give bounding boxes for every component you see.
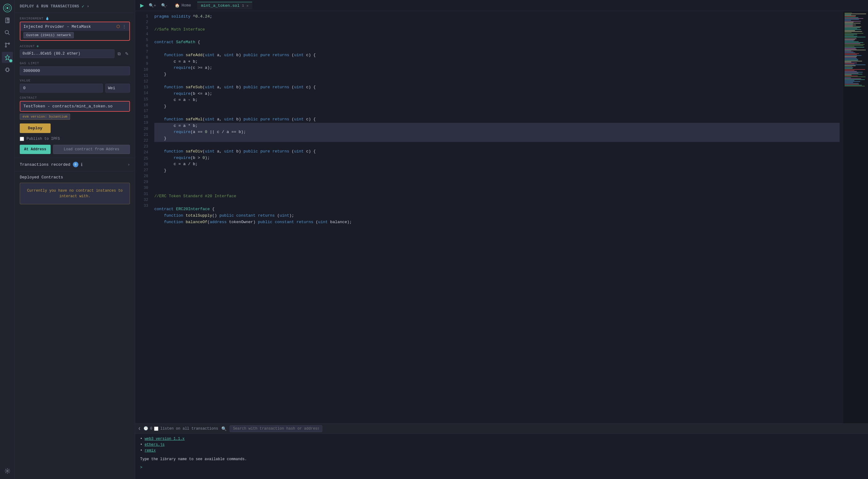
bottom-info: 🕐 0 listen on all transactions xyxy=(144,426,218,431)
panel-body: ENVIRONMENT 💧 Injected Provider - MetaMa… xyxy=(15,13,135,158)
account-row: 0x0F1...8Ceb5 (80.2 ether) ⧉ ✎ xyxy=(20,50,130,58)
code-area: 1234567891011121314151617181920212223242… xyxy=(135,11,868,423)
value-input[interactable] xyxy=(20,84,103,93)
zoom-in-button[interactable]: 🔍+ xyxy=(148,2,157,9)
publish-checkbox[interactable] xyxy=(20,137,24,141)
gas-limit-label: GAS LIMIT xyxy=(20,62,130,65)
logo-icon xyxy=(2,2,13,13)
environment-select-row: Injected Provider - MetaMask ⬡ ⋮ xyxy=(20,22,129,31)
close-tab-icon[interactable]: ✕ xyxy=(247,4,249,8)
listen-checkbox[interactable] xyxy=(154,426,158,431)
value-label: VALUE xyxy=(20,79,130,83)
file-tab-mint[interactable]: mint_a_token.sol 1 ✕ xyxy=(197,2,252,9)
transactions-count-badge: 0 xyxy=(73,162,79,167)
transactions-expand-icon: › xyxy=(127,162,130,167)
collapse-icon[interactable]: ❮ xyxy=(138,426,141,431)
address-buttons-row: At Address Load contract from Addres xyxy=(20,145,130,154)
check-icon: ✓ xyxy=(82,4,85,9)
network-tag-container: Custom (23411) network xyxy=(20,31,129,40)
load-contract-button[interactable]: Load contract from Addres xyxy=(53,145,130,154)
account-section: ACCOUNT ⊕ 0x0F1...8Ceb5 (80.2 ether) ⧉ ✎ xyxy=(20,44,130,58)
minimap xyxy=(843,11,868,423)
environment-section: ENVIRONMENT 💧 Injected Provider - MetaMa… xyxy=(20,17,130,41)
bottom-content: • web3 version 1.1.x • ethers.js • remix… xyxy=(135,434,868,479)
evm-version-tag: evm version: byzantium xyxy=(20,114,70,120)
svg-point-10 xyxy=(6,470,8,472)
transactions-label: Transactions recorded 0 ℹ xyxy=(20,162,83,167)
account-label: ACCOUNT ⊕ xyxy=(20,44,130,48)
expand-arrow-icon[interactable]: › xyxy=(87,4,89,9)
svg-rect-9 xyxy=(6,68,9,71)
contract-box: TestToken - contracts/mint_a_token.so xyxy=(20,101,130,112)
bottom-count: 0 xyxy=(150,426,152,431)
info-icon: ℹ xyxy=(81,162,83,167)
editor-toolbar: ▶ 🔍+ 🔍- 🏠 Home mint_a_token.sol 1 ✕ xyxy=(135,0,868,11)
at-address-button[interactable]: At Address xyxy=(20,145,51,154)
search-input[interactable] xyxy=(230,425,322,432)
publish-row: Publish to IPFS xyxy=(20,137,130,141)
settings-icon[interactable] xyxy=(2,466,13,477)
deploy-icon[interactable] xyxy=(2,52,13,63)
contract-section: CONTRACT TestToken - contracts/mint_a_to… xyxy=(20,96,130,120)
clock-icon: 🕐 xyxy=(144,426,148,431)
bottom-link-web3: • web3 version 1.1.x xyxy=(140,436,863,442)
icon-bar xyxy=(0,0,15,479)
debug-icon[interactable] xyxy=(2,64,13,75)
home-tab[interactable]: 🏠 Home xyxy=(171,2,195,9)
library-prompt: Type the library name to see available c… xyxy=(140,456,863,462)
gas-limit-input[interactable] xyxy=(20,66,130,75)
contract-label: CONTRACT xyxy=(20,96,130,100)
svg-point-2 xyxy=(6,7,8,9)
left-panel: DEPLOY & RUN TRANSACTIONS ✓ › ENVIRONMEN… xyxy=(15,0,135,479)
value-section: VALUE Wei Gwei Finney Ether xyxy=(20,79,130,93)
line-numbers: 1234567891011121314151617181920212223242… xyxy=(135,11,151,423)
main-area: ▶ 🔍+ 🔍- 🏠 Home mint_a_token.sol 1 ✕ 1234… xyxy=(135,0,868,479)
bottom-toolbar: ❮ 🕐 0 listen on all transactions 🔍 xyxy=(135,424,868,434)
home-tab-label: Home xyxy=(182,3,191,8)
search-icon-button[interactable]: 🔍 xyxy=(221,426,226,431)
environment-value: Injected Provider - MetaMask xyxy=(24,24,116,29)
bottom-panel: ❮ 🕐 0 listen on all transactions 🔍 • web… xyxy=(135,423,868,479)
metamask-icon: ⬡ xyxy=(116,24,120,29)
files-icon[interactable] xyxy=(2,15,13,26)
transactions-section[interactable]: Transactions recorded 0 ℹ › xyxy=(15,158,135,171)
publish-label: Publish to IPFS xyxy=(27,137,60,141)
edit-account-button[interactable]: ✎ xyxy=(124,50,130,57)
deploy-button[interactable]: Deploy xyxy=(20,123,51,133)
deployed-contracts-section: Deployed Contracts Currently you have no… xyxy=(15,171,135,479)
environment-box: Injected Provider - MetaMask ⬡ ⋮ Custom … xyxy=(20,22,130,41)
no-contracts-message: Currently you have no contract instances… xyxy=(20,183,130,204)
deploy-btn-row: Deploy xyxy=(20,123,130,133)
env-more-icon[interactable]: ⋮ xyxy=(122,24,126,29)
copy-account-button[interactable]: ⧉ xyxy=(116,50,122,58)
value-row: Wei Gwei Finney Ether xyxy=(20,84,130,93)
network-tag: Custom (23411) network xyxy=(24,32,74,38)
bottom-link-ethers: • ethers.js xyxy=(140,442,863,448)
zoom-out-button[interactable]: 🔍- xyxy=(160,2,168,9)
contract-select[interactable]: TestToken - contracts/mint_a_token.so xyxy=(20,101,129,111)
bottom-prompt: > xyxy=(140,465,863,471)
svg-point-6 xyxy=(5,43,6,44)
panel-title: DEPLOY & RUN TRANSACTIONS xyxy=(20,4,79,9)
code-content[interactable]: pragma solidity ^0.4.24; //Safe Math Int… xyxy=(151,11,843,423)
unit-select[interactable]: Wei Gwei Finney Ether xyxy=(105,84,130,93)
home-icon: 🏠 xyxy=(175,3,180,8)
svg-point-5 xyxy=(5,31,8,34)
environment-label: ENVIRONMENT 💧 xyxy=(20,17,130,20)
file-tab-number: 1 xyxy=(242,4,244,7)
bottom-link-remix: • remix xyxy=(140,448,863,454)
git-icon[interactable] xyxy=(2,39,13,51)
file-tab-label: mint_a_token.sol xyxy=(201,3,240,8)
gas-limit-section: GAS LIMIT xyxy=(20,62,130,75)
deploy-active-badge xyxy=(9,59,12,62)
deployed-contracts-label: Deployed Contracts xyxy=(20,175,130,180)
env-info-icon: 💧 xyxy=(45,17,50,20)
panel-header: DEPLOY & RUN TRANSACTIONS ✓ › xyxy=(15,0,135,13)
account-add-icon: ⊕ xyxy=(37,44,39,48)
play-button[interactable]: ▶ xyxy=(139,1,145,9)
search-nav-icon[interactable] xyxy=(2,27,13,38)
svg-point-8 xyxy=(5,46,6,47)
listen-label: listen on all transactions xyxy=(160,426,218,431)
account-select[interactable]: 0x0F1...8Ceb5 (80.2 ether) xyxy=(20,50,115,58)
